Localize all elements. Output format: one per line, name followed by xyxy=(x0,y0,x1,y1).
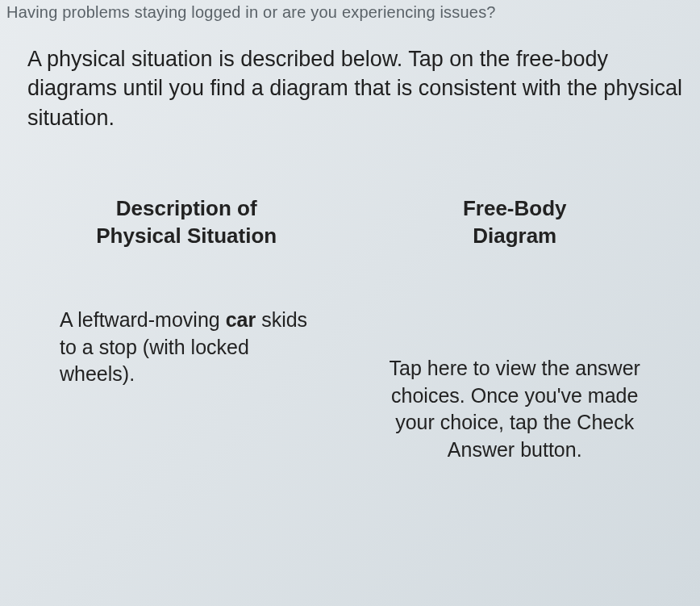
diagram-header-line1: Free-Body xyxy=(463,196,567,220)
description-header-line2: Physical Situation xyxy=(96,224,277,248)
diagram-header-line2: Diagram xyxy=(473,224,556,248)
answer-prompt-text: Tap here to view the answer choices. Onc… xyxy=(390,357,640,461)
diagram-header: Free-Body Diagram xyxy=(361,195,668,250)
main-content: A physical situation is described below.… xyxy=(0,22,700,464)
diagram-column: Free-Body Diagram Tap here to view the a… xyxy=(361,195,684,464)
description-header-line1: Description of xyxy=(116,196,257,220)
answer-choices-tap-area[interactable]: Tap here to view the answer choices. Onc… xyxy=(361,355,668,464)
description-column: Description of Physical Situation A left… xyxy=(27,195,329,464)
banner-text: Having problems staying logged in or are… xyxy=(6,3,496,21)
two-column-layout: Description of Physical Situation A left… xyxy=(27,195,684,464)
login-problems-banner: Having problems staying logged in or are… xyxy=(0,0,700,22)
situation-pre: A leftward-moving xyxy=(60,308,226,331)
situation-bold: car xyxy=(226,308,256,331)
physical-situation-text: A leftward-moving car skids to a stop (w… xyxy=(60,307,329,388)
description-header: Description of Physical Situation xyxy=(44,195,329,250)
instructions-text: A physical situation is described below.… xyxy=(27,44,684,132)
